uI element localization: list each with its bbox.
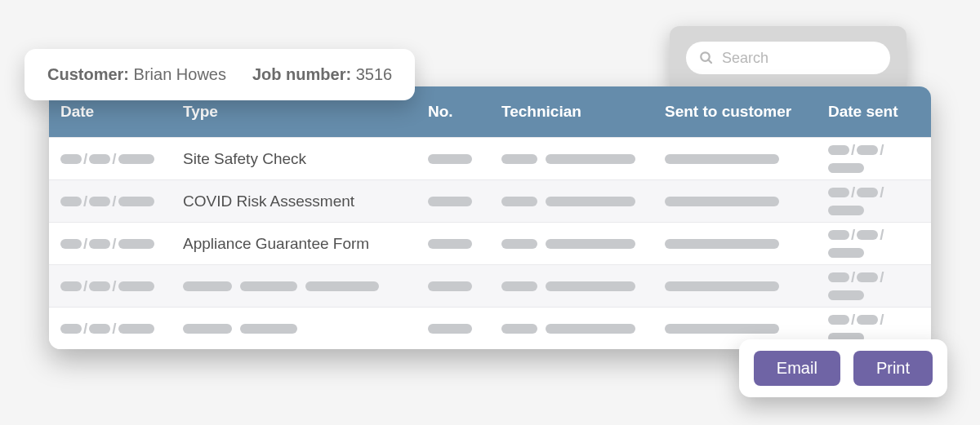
email-button[interactable]: Email: [754, 351, 840, 386]
table-body: //Site Safety Check////COVID Risk Assess…: [49, 137, 931, 349]
search-input[interactable]: [722, 50, 877, 67]
cell-sent-to-customer: [653, 235, 817, 253]
job-number-label: Job number:: [252, 65, 351, 83]
table-row[interactable]: //Site Safety Check//: [49, 137, 931, 179]
forms-table: Date Type No. Technician Sent to custome…: [49, 86, 931, 349]
cell-technician: [490, 277, 653, 295]
col-technician[interactable]: Technician: [490, 103, 653, 121]
cell-date-sent: //: [817, 184, 931, 219]
search-icon: [699, 51, 714, 65]
cell-type: Site Safety Check: [172, 150, 416, 168]
table-row[interactable]: //Appliance Guarantee Form//: [49, 222, 931, 264]
actions-panel: Email Print: [739, 339, 947, 397]
cell-date: //: [49, 150, 172, 168]
cell-date: //: [49, 277, 172, 295]
cell-no: [416, 235, 490, 253]
cell-type: [172, 277, 416, 295]
search-field-wrapper[interactable]: [686, 42, 890, 74]
col-no[interactable]: No.: [416, 103, 490, 121]
customer-job-info: Customer: Brian Howes Job number: 3516: [24, 49, 415, 100]
col-type[interactable]: Type: [172, 103, 416, 121]
cell-date: //: [49, 235, 172, 253]
cell-no: [416, 193, 490, 210]
cell-technician: [490, 320, 653, 338]
cell-sent-to-customer: [653, 320, 817, 338]
table-row[interactable]: //COVID Risk Assessment//: [49, 179, 931, 222]
cell-date-sent: //: [817, 226, 931, 262]
col-date[interactable]: Date: [49, 103, 172, 121]
cell-technician: [490, 150, 653, 168]
table-row[interactable]: ////: [49, 264, 931, 307]
cell-technician: [490, 193, 653, 210]
cell-date-sent: //: [817, 268, 931, 304]
col-sent-to-customer[interactable]: Sent to customer: [653, 103, 817, 121]
job-number-field: Job number: 3516: [252, 65, 392, 84]
cell-no: [416, 277, 490, 295]
cell-sent-to-customer: [653, 277, 817, 295]
cell-date: //: [49, 193, 172, 210]
customer-label: Customer:: [47, 65, 129, 83]
cell-sent-to-customer: [653, 193, 817, 210]
cell-date-sent: //: [817, 141, 931, 177]
cell-technician: [490, 235, 653, 253]
job-number-value: 3516: [356, 65, 393, 83]
print-button[interactable]: Print: [853, 351, 933, 386]
search-panel: [670, 26, 906, 90]
customer-value: Brian Howes: [134, 65, 226, 83]
customer-field: Customer: Brian Howes: [47, 65, 226, 84]
cell-type: COVID Risk Assessment: [172, 193, 416, 210]
cell-no: [416, 320, 490, 338]
col-date-sent[interactable]: Date sent: [817, 103, 931, 121]
cell-type: Appliance Guarantee Form: [172, 235, 416, 253]
cell-date: //: [49, 320, 172, 338]
svg-line-1: [708, 60, 711, 63]
cell-sent-to-customer: [653, 150, 817, 168]
cell-type: [172, 320, 416, 338]
cell-no: [416, 150, 490, 168]
